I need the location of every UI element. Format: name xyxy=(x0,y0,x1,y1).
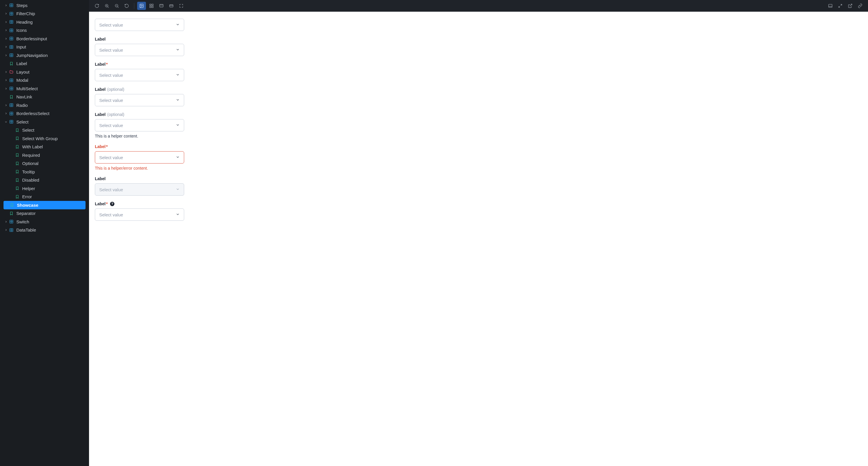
sidebar-item-optional[interactable]: Optional xyxy=(0,159,89,168)
form-field: LabelSelect value xyxy=(95,37,862,56)
select-input: Select value xyxy=(95,183,184,196)
zoom-out-icon xyxy=(115,3,119,8)
canvas-view-icon xyxy=(139,3,144,8)
sidebar-item-select[interactable]: Select xyxy=(0,118,89,126)
sidebar-item-select-with-group[interactable]: Select With Group xyxy=(0,134,89,143)
sidebar-item-radio[interactable]: Radio xyxy=(0,101,89,110)
sidebar-item-error[interactable]: Error xyxy=(0,193,89,201)
sidebar-item-select[interactable]: Select xyxy=(0,126,89,135)
component-icon xyxy=(9,120,13,124)
link-icon xyxy=(858,3,863,8)
sidebar-item-showcase[interactable]: Showcase xyxy=(3,201,86,209)
chevron-right-icon[interactable] xyxy=(4,71,8,73)
chevron-right-icon[interactable] xyxy=(4,21,8,23)
required-mark: * xyxy=(106,144,108,149)
sidebar-item-datatable[interactable]: DataTable xyxy=(0,226,89,234)
chevron-right-icon[interactable] xyxy=(4,12,8,15)
viewport-icon xyxy=(179,3,184,8)
chevron-right-icon[interactable] xyxy=(4,104,8,107)
sidebar-item-label: NavLink xyxy=(17,94,89,99)
sidebar-item-label: Input xyxy=(17,45,89,49)
folder-icon xyxy=(9,70,13,74)
grid-view-button[interactable] xyxy=(147,2,156,10)
chevron-right-icon[interactable] xyxy=(4,37,8,40)
select-input[interactable]: Select value xyxy=(95,151,184,164)
form-field: Label*Select value xyxy=(95,62,862,81)
sidebar-item-label: DataTable xyxy=(17,228,89,232)
select-input[interactable]: Select value xyxy=(95,44,184,56)
select-input[interactable]: Select value xyxy=(95,94,184,106)
chevron-right-icon[interactable] xyxy=(4,112,8,115)
canvas[interactable]: Select valueLabelSelect valueLabel*Selec… xyxy=(89,12,868,466)
sidebar-item-jumpnavigation[interactable]: JumpNavigation xyxy=(0,51,89,60)
sidebar-item-icons[interactable]: Icons xyxy=(0,26,89,35)
sidebar-item-steps[interactable]: Steps xyxy=(0,1,89,10)
zoom-reset-button[interactable] xyxy=(122,2,131,10)
sidebar-item-modal[interactable]: Modal xyxy=(0,76,89,85)
chevron-right-icon[interactable] xyxy=(4,46,8,48)
sidebar-item-separator[interactable]: Separator xyxy=(0,209,89,218)
sidebar-item-label: Icons xyxy=(17,28,89,33)
zoom-out-button[interactable] xyxy=(112,2,121,10)
viewport-button[interactable] xyxy=(177,2,186,10)
sidebar-item-with-label[interactable]: With Label xyxy=(0,143,89,151)
svg-rect-55 xyxy=(160,4,163,7)
chevron-right-icon[interactable] xyxy=(4,229,8,231)
chevron-right-icon[interactable] xyxy=(4,4,8,7)
field-label-row: Label*? xyxy=(95,201,862,206)
select-input[interactable]: Select value xyxy=(95,69,184,81)
sync-icon xyxy=(95,3,99,8)
chevron-down-icon xyxy=(176,123,180,128)
optional-mark: (optional) xyxy=(107,87,124,92)
chevron-right-icon[interactable] xyxy=(4,87,8,90)
mobile-view-button[interactable] xyxy=(167,2,176,10)
chevron-right-icon[interactable] xyxy=(4,29,8,32)
canvas-view-button[interactable] xyxy=(137,2,146,10)
component-icon xyxy=(9,103,13,107)
sidebar-item-required[interactable]: Required xyxy=(0,151,89,159)
field-label-row: Label(optional) xyxy=(95,112,862,117)
sidebar-item-label: Label xyxy=(17,61,89,66)
link-button[interactable] xyxy=(856,2,865,10)
component-icon xyxy=(9,3,13,7)
select-input[interactable]: Select value xyxy=(95,119,184,132)
sidebar-item-heading[interactable]: Heading xyxy=(0,18,89,26)
sidebar-item-label[interactable]: Label xyxy=(0,60,89,68)
sidebar-item-multiselect[interactable]: MultiSelect xyxy=(0,84,89,93)
sidebar-item-switch[interactable]: Switch xyxy=(0,217,89,226)
fullscreen-button[interactable] xyxy=(836,2,845,10)
chevron-down-icon[interactable] xyxy=(4,121,8,123)
svg-line-43 xyxy=(108,7,108,8)
tablet-view-button[interactable] xyxy=(157,2,166,10)
toolbar-right-group xyxy=(826,2,865,10)
chevron-right-icon[interactable] xyxy=(4,54,8,57)
panel-button[interactable] xyxy=(826,2,835,10)
sidebar-item-label: Select xyxy=(17,119,89,124)
sidebar-item-helper[interactable]: Helper xyxy=(0,184,89,193)
sidebar-item-navlink[interactable]: NavLink xyxy=(0,93,89,101)
sidebar[interactable]: StepsFilterChipHeadingIconsBorderlessInp… xyxy=(0,0,89,466)
chevron-right-icon[interactable] xyxy=(4,221,8,223)
sync-button[interactable] xyxy=(93,2,101,10)
open-external-button[interactable] xyxy=(846,2,855,10)
sidebar-item-label: Switch xyxy=(17,219,89,224)
sidebar-item-tooltip[interactable]: Tooltip xyxy=(0,168,89,176)
select-placeholder: Select value xyxy=(99,212,123,217)
select-input[interactable]: Select value xyxy=(95,208,184,221)
component-icon xyxy=(9,86,13,90)
chevron-down-icon xyxy=(176,73,180,78)
chevron-right-icon[interactable] xyxy=(4,79,8,82)
sidebar-item-disabled[interactable]: Disabled xyxy=(0,176,89,184)
toolbar-center-group xyxy=(136,2,186,10)
sidebar-item-filterchip[interactable]: FilterChip xyxy=(0,10,89,18)
sidebar-item-layout[interactable]: Layout xyxy=(0,68,89,76)
tooltip-icon[interactable]: ? xyxy=(110,202,115,206)
component-icon xyxy=(9,36,13,40)
zoom-in-button[interactable] xyxy=(102,2,111,10)
select-input[interactable]: Select value xyxy=(95,19,184,31)
svg-rect-52 xyxy=(152,4,153,5)
sidebar-item-input[interactable]: Input xyxy=(0,43,89,51)
sidebar-item-borderlessselect[interactable]: BorderlessSelect xyxy=(0,110,89,118)
field-label: Label xyxy=(95,144,106,149)
sidebar-item-borderlessinput[interactable]: BorderlessInput xyxy=(0,34,89,43)
